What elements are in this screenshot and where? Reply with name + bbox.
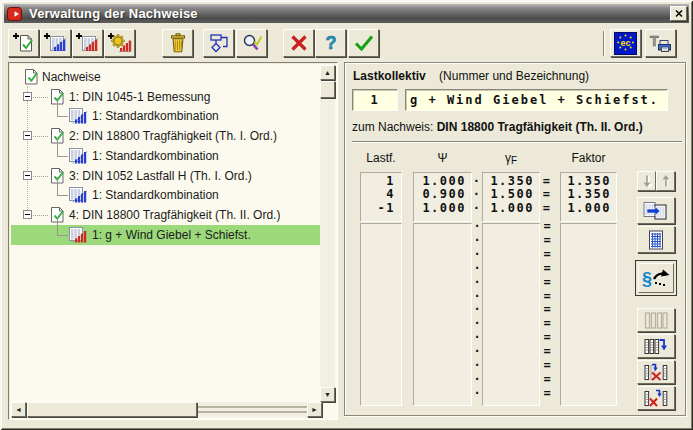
tree-item-label: 1: Standardkombination — [92, 146, 219, 166]
add-gear-chart-icon — [107, 32, 132, 54]
multiply-dot: · — [472, 386, 482, 400]
equals-sign: = — [541, 247, 553, 261]
lastfall-loeschen-button[interactable] — [637, 386, 675, 410]
zum-nachweis-value: DIN 18800 Tragfähigkeit (Th. II. Ord.) — [437, 120, 643, 134]
toolbar-separator — [603, 31, 605, 56]
combination-chart-blue-icon — [69, 108, 88, 124]
separator-line — [352, 141, 682, 142]
tree-item[interactable]: 1: Standardkombination — [11, 146, 322, 166]
tree-item[interactable]: 1: Standardkombination — [11, 106, 322, 126]
cell-lastfall[interactable]: 1 — [360, 175, 395, 188]
move-down-button[interactable] — [637, 171, 656, 191]
lastkollektiv-number-input[interactable] — [352, 89, 398, 111]
tree-item-label: 1: DIN 1045-1 Bemessung — [69, 87, 210, 107]
window: Verwaltung der Nachweise — [0, 0, 693, 430]
multiply-dot: · — [472, 219, 482, 233]
lastfaelle-anhaengen-button-disabled[interactable] — [637, 308, 675, 332]
tree-connector — [57, 235, 68, 236]
expand-toggle[interactable] — [23, 210, 32, 219]
cell-gamma[interactable]: 1.000 — [482, 202, 534, 215]
lastfall-einfuegen-button[interactable] — [637, 360, 675, 384]
tree-connector — [57, 98, 58, 116]
column-header-lastf: Lastf. — [360, 151, 402, 165]
column-box-lastf-empty[interactable] — [360, 223, 402, 406]
multiply-dot: · — [472, 175, 482, 188]
lastfall-table-row[interactable]: 4 0.900 · 1.500 = 1.350 — [345, 188, 625, 201]
cell-gamma[interactable]: 1.350 — [482, 175, 534, 188]
move-up-button[interactable] — [656, 171, 675, 191]
ok-button[interactable] — [348, 29, 379, 57]
cell-faktor: 1.350 — [560, 188, 611, 201]
vertical-scroll-thumb[interactable] — [320, 81, 335, 98]
lastfall-anhaengen-button[interactable] — [637, 334, 675, 358]
cell-lastfall[interactable]: -1 — [360, 202, 395, 215]
add-standardkombination-button[interactable] — [40, 29, 71, 57]
multiply-dot: · — [472, 372, 482, 386]
zum-nachweis-line: zum Nachweis: DIN 18800 Tragfähigkeit (T… — [352, 120, 643, 134]
arrow-right-icon: ► — [311, 406, 318, 413]
cell-faktor: 1.350 — [560, 175, 611, 188]
ablaufdiagramm-button[interactable] — [203, 29, 234, 57]
column-header-gamma-f: γF — [482, 151, 540, 166]
trash-icon — [168, 33, 188, 53]
tree-item[interactable]: Nachweise — [11, 67, 322, 87]
multiply-dot: · — [472, 344, 482, 358]
normen-anwenden-button[interactable]: § — [635, 260, 677, 296]
drucken-button[interactable]: T — [645, 29, 676, 57]
lastkollektiv-header: Lastkollektiv (Nummer und Bezeichnung) — [353, 69, 589, 83]
ok-check-icon — [353, 33, 375, 53]
column-box-gamma-empty[interactable] — [482, 223, 540, 406]
tree-connector — [57, 195, 68, 196]
cell-psi[interactable]: 1.000 — [413, 202, 466, 215]
arrow-up-icon — [661, 174, 671, 188]
column-header-faktor: Faktor — [560, 151, 617, 165]
add-auto-kombination-button[interactable] — [104, 29, 135, 57]
multiply-dot: · — [472, 275, 482, 289]
tree-connector — [33, 215, 48, 216]
add-nachweis-button[interactable] — [8, 29, 39, 57]
scroll-left-button[interactable]: ◄ — [11, 402, 26, 417]
scroll-up-button[interactable]: ▲ — [320, 65, 335, 80]
tree-item-label: 3: DIN 1052 Lastfall H (Th. I. Ord.) — [69, 166, 252, 186]
cell-lastfall[interactable]: 4 — [360, 188, 395, 201]
tree-item[interactable]: 1: g + Wind Giebel + Schiefst. — [11, 225, 322, 245]
arrow-left-icon: ◄ — [15, 406, 22, 413]
lastkollektiv-name-input[interactable] — [405, 89, 668, 111]
column-box-psi-empty[interactable] — [413, 223, 472, 406]
cell-psi[interactable]: 0.900 — [413, 188, 466, 201]
cell-gamma[interactable]: 1.500 — [482, 188, 534, 201]
cell-psi[interactable]: 1.000 — [413, 175, 466, 188]
equals-sign: = — [541, 289, 553, 303]
tree-vertical-scrollbar[interactable]: ▲ ▼ — [320, 65, 335, 402]
lastfall-tabelle-button[interactable] — [637, 226, 675, 253]
pruefen-button[interactable] — [236, 29, 267, 57]
lastfall-table-row[interactable]: 1 1.000 · 1.350 = 1.350 — [345, 175, 625, 188]
equals-sign: = — [541, 344, 553, 358]
hilfe-button[interactable]: ? — [315, 29, 346, 57]
scroll-right-button[interactable]: ► — [307, 402, 322, 417]
tree-view: Nachweise 1: DIN 1045- — [11, 65, 322, 402]
column-box-faktor-empty[interactable] — [560, 223, 617, 406]
tree-connector — [33, 176, 48, 177]
lastfall-table-row[interactable]: -1 1.000 · 1.000 = 1.000 — [345, 202, 625, 215]
close-button[interactable] — [670, 6, 687, 21]
horizontal-scroll-thumb[interactable] — [27, 402, 197, 417]
abbrechen-button[interactable] — [283, 29, 314, 57]
expand-toggle[interactable] — [23, 171, 32, 180]
copy-lastkollektiv-button[interactable] — [637, 197, 675, 224]
add-chart-blue-icon — [43, 32, 68, 54]
close-icon — [675, 10, 683, 17]
tree-item[interactable]: 1: Standardkombination — [11, 185, 322, 205]
help-icon: ? — [321, 33, 341, 53]
delete-button[interactable] — [162, 29, 193, 57]
expand-toggle[interactable] — [23, 92, 32, 101]
eurocode-button[interactable]: ec — [610, 29, 641, 57]
arrow-down-icon — [642, 174, 652, 188]
add-lastkollektiv-button[interactable] — [72, 29, 103, 57]
equals-sign: = — [541, 233, 553, 247]
horizontal-scroll-track[interactable] — [198, 402, 307, 417]
scroll-down-button[interactable]: ▼ — [320, 387, 335, 402]
multiply-dot: · — [472, 233, 482, 247]
expand-toggle[interactable] — [23, 131, 32, 140]
tree-horizontal-scrollbar[interactable]: ◄ ► — [11, 402, 322, 417]
